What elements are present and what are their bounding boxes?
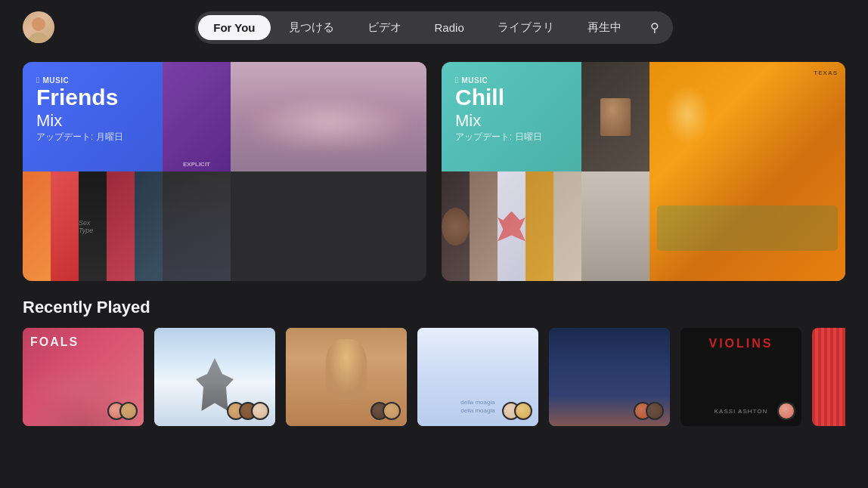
chill-bottom-4[interactable]: [525, 171, 553, 281]
apple-logo-icon: : [36, 76, 40, 85]
friends-mix-hero:  MUSIC Friends Mix アップデート: 月曜日: [23, 62, 163, 171]
mixes-row:  MUSIC Friends Mix アップデート: 月曜日 EXPLICIT: [23, 62, 845, 281]
recently-item-4[interactable]: della moagiadella moagia: [417, 328, 538, 426]
chill-mix-subtitle: Mix: [455, 111, 568, 131]
chill-bottom-3[interactable]: [498, 171, 525, 281]
friends-album-3[interactable]: [163, 171, 231, 281]
recently-art-7: [812, 328, 845, 426]
main-nav: For You 見つける ビデオ Radio ライブラリ 再生中 ⚲: [195, 11, 672, 44]
friends-bottom-5[interactable]: [135, 171, 163, 281]
chill-col2: [581, 62, 649, 281]
chill-bottom-row: [442, 171, 581, 281]
friends-bottom-2[interactable]: [51, 171, 79, 281]
chill-bottom-5[interactable]: [553, 171, 581, 281]
user-avatar-small: [383, 402, 401, 420]
nav-item-video[interactable]: ビデオ: [352, 14, 417, 41]
user-avatar-small: [119, 402, 138, 420]
user-avatar[interactable]: [23, 11, 54, 43]
apple-music-label:  MUSIC: [36, 76, 149, 85]
user-avatars-3: [370, 402, 401, 420]
friends-col2: EXPLICIT: [163, 62, 231, 281]
recently-item-1[interactable]: FOALS: [23, 328, 144, 426]
nav-item-radio[interactable]: Radio: [420, 15, 479, 40]
nav-item-library[interactable]: ライブラリ: [482, 14, 569, 41]
chill-mix-hero:  MUSIC Chill Mix アップデート: 日曜日: [442, 62, 581, 171]
chill-mix-update: アップデート: 日曜日: [455, 131, 568, 144]
search-button[interactable]: ⚲: [640, 14, 670, 41]
nav-item-discover[interactable]: 見つける: [274, 14, 349, 41]
user-avatar-small: [251, 402, 269, 420]
friends-mix-card[interactable]:  MUSIC Friends Mix アップデート: 月曜日 EXPLICIT: [23, 62, 426, 281]
recently-art-4: della moagiadella moagia: [417, 328, 538, 426]
nav-item-for-you[interactable]: For You: [198, 15, 270, 40]
recently-played-row: FOALS: [23, 328, 845, 426]
friends-bottom-row: Sex Type: [23, 171, 163, 281]
user-avatar-small: [646, 402, 664, 420]
mix-title-group: Friends Mix: [36, 85, 149, 131]
chill-mix-title: Chill: [455, 85, 568, 110]
user-avatars-5: [634, 402, 664, 420]
chill-col3-art[interactable]: TEXAS: [649, 62, 845, 281]
friends-bottom-3[interactable]: Sex Type: [79, 171, 107, 281]
user-avatars-6: [777, 402, 795, 420]
friends-main-art[interactable]: [231, 62, 426, 171]
chill-mix-title-group: Chill Mix: [455, 85, 568, 131]
user-avatar-small: [777, 402, 795, 420]
recently-art-5: [549, 328, 670, 426]
friends-bottom-1[interactable]: [23, 171, 51, 281]
friends-mix-subtitle: Mix: [36, 111, 149, 131]
recently-item-7[interactable]: [812, 328, 845, 426]
chill-album-c2-top[interactable]: [581, 62, 649, 171]
recently-item-2[interactable]: [154, 328, 275, 426]
friends-mix-update: アップデート: 月曜日: [36, 131, 149, 144]
recently-played-title: Recently Played: [23, 298, 845, 317]
friends-bottom-4[interactable]: [107, 171, 135, 281]
chill-bottom-1[interactable]: [442, 171, 470, 281]
recently-item-6[interactable]: VIOLINS KASSI ASHTON: [680, 328, 801, 426]
recently-item-3[interactable]: [286, 328, 407, 426]
recently-art-3: [286, 328, 407, 426]
user-avatars-4: [502, 402, 532, 420]
main-content:  MUSIC Friends Mix アップデート: 月曜日 EXPLICIT: [0, 54, 868, 426]
header: For You 見つける ビデオ Radio ライブラリ 再生中 ⚲: [0, 0, 868, 54]
chill-apple-logo-icon: : [455, 76, 459, 85]
user-avatars-2: [227, 402, 269, 420]
chill-mix-card[interactable]:  MUSIC Chill Mix アップデート: 日曜日: [442, 62, 845, 281]
recently-art-2: [154, 328, 275, 426]
recently-item-5[interactable]: [549, 328, 670, 426]
user-avatar-small: [514, 402, 532, 420]
recently-art-6: VIOLINS KASSI ASHTON: [680, 328, 801, 426]
user-avatars-1: [107, 402, 138, 420]
friends-mix-title: Friends: [36, 85, 149, 110]
chill-bottom-2[interactable]: [470, 171, 498, 281]
recently-art-1: FOALS: [23, 328, 144, 426]
chill-album-c2-bot[interactable]: [581, 171, 649, 281]
friends-album-2[interactable]: EXPLICIT: [163, 62, 231, 171]
chill-apple-music-label:  MUSIC: [455, 76, 568, 85]
nav-item-now-playing[interactable]: 再生中: [572, 14, 637, 41]
recently-played-section: Recently Played FOALS: [23, 298, 845, 426]
